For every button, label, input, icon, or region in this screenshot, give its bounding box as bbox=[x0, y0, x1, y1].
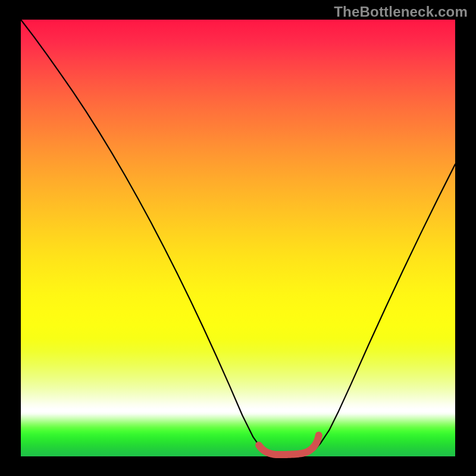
sweet-spot-band bbox=[259, 435, 319, 455]
chart-frame: TheBottleneck.com bbox=[0, 0, 476, 476]
bottleneck-curve bbox=[21, 20, 455, 455]
chart-svg bbox=[21, 20, 455, 456]
watermark-text: TheBottleneck.com bbox=[334, 4, 468, 20]
